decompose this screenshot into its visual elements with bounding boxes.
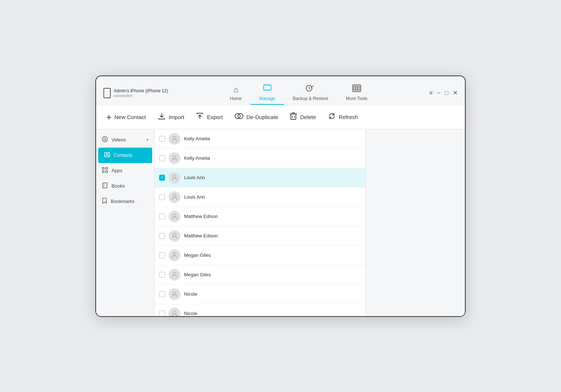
minimize-button[interactable]: − [437,90,440,96]
sidebar-item-books[interactable]: Books [96,178,154,194]
contact-checkbox[interactable] [159,214,165,219]
bookmarks-icon [102,198,107,205]
tab-backup[interactable]: Backup & Restore [284,81,337,105]
contact-checkbox[interactable] [159,272,165,278]
contact-name: Matthew Edison [184,214,218,219]
svg-rect-16 [106,171,107,173]
svg-rect-3 [354,86,355,90]
delete-label: Delete [300,114,316,120]
backup-icon [305,84,316,95]
sidebar-bookmarks-label: Bookmarks [111,199,135,204]
books-icon [102,182,108,190]
delete-button[interactable]: Delete [290,112,316,122]
svg-rect-14 [106,167,107,169]
tab-tools[interactable]: More Tools [337,81,376,105]
svg-point-27 [173,272,176,275]
contacts-icon [104,152,110,159]
tools-icon [352,84,362,95]
new-contact-label: New Contact [114,114,146,120]
contact-row[interactable]: Kelly Amelia [155,129,366,149]
contact-name: Louis Ann [184,194,205,200]
contact-avatar [169,288,180,300]
menu-button[interactable]: ≡ [429,90,433,96]
device-status: connected [114,93,168,98]
contact-row[interactable]: Nicole [155,304,366,316]
svg-point-22 [173,175,176,178]
contact-row[interactable]: Nicole [155,285,366,304]
contact-checkbox[interactable] [159,291,165,297]
contact-row[interactable]: Louis Ann [155,168,366,188]
tab-manage[interactable]: Manage [250,81,284,105]
title-bar: Admin's iPhone (iPhone 12) connected ⌂ H… [96,76,465,105]
device-info: Admin's iPhone (iPhone 12) connected [103,88,168,98]
contact-name: Kelly Amelia [184,136,210,141]
contact-checkbox[interactable] [159,233,165,239]
import-button[interactable]: Import [158,112,184,122]
svg-point-6 [235,114,240,119]
sidebar-item-apps[interactable]: Apps [96,163,154,178]
contact-avatar [169,249,180,261]
delete-icon [290,112,297,122]
contact-checkbox[interactable] [159,252,165,258]
deduplicate-button[interactable]: De-Duplicate [235,112,278,122]
contact-avatar [169,133,180,145]
tab-home-label: Home [230,96,242,101]
contact-checkbox[interactable] [159,175,165,181]
close-button[interactable]: ✕ [453,89,458,96]
maximize-button[interactable]: □ [445,90,448,96]
contact-avatar [169,230,180,242]
apps-icon [102,167,108,174]
new-contact-button[interactable]: + New Contact [106,112,146,122]
contact-avatar [169,152,180,164]
sidebar-item-bookmarks[interactable]: Bookmarks [96,194,154,209]
contact-row[interactable]: Matthew Edison [155,207,366,226]
svg-rect-5 [358,86,360,90]
svg-point-9 [102,137,107,142]
svg-rect-4 [356,86,358,90]
contact-avatar [169,211,180,222]
contact-row[interactable]: Matthew Edison [155,226,366,246]
app-window: Admin's iPhone (iPhone 12) connected ⌂ H… [95,75,466,317]
tab-home[interactable]: ⌂ Home [221,82,250,105]
contact-checkbox[interactable] [159,155,165,161]
contact-list: Kelly Amelia Kelly Amelia Louis Ann Loui… [155,129,366,316]
nav-tabs: ⌂ Home Manage [168,81,429,105]
sidebar-apps-label: Apps [111,168,122,173]
contact-row[interactable]: Kelly Amelia [155,149,366,168]
device-name: Admin's iPhone (iPhone 12) [114,88,168,93]
chevron-down-icon: ▾ [146,137,148,142]
home-icon: ⌂ [234,85,238,95]
refresh-icon [328,112,336,122]
svg-point-24 [173,214,176,217]
svg-rect-17 [103,183,107,188]
deduplicate-icon [235,112,243,122]
contact-checkbox[interactable] [159,136,165,142]
contact-avatar [169,269,180,281]
export-icon [196,112,204,122]
tab-manage-label: Manage [259,96,275,101]
contact-name: Nicole [184,311,197,316]
refresh-button[interactable]: Refresh [328,112,358,122]
export-button[interactable]: Export [196,112,223,122]
plus-icon: + [106,112,111,122]
contact-row[interactable]: Megan Giles [155,265,366,285]
contact-checkbox[interactable] [159,311,165,316]
contact-avatar [169,191,180,203]
contact-checkbox[interactable] [159,194,165,200]
sidebar-item-contacts[interactable]: Contacts [98,148,152,163]
contact-name: Matthew Edison [184,233,218,238]
window-controls: ≡ − □ ✕ [429,89,458,96]
videos-icon [102,136,108,144]
contact-row[interactable]: Louis Ann [155,188,366,207]
export-label: Export [207,114,223,120]
deduplicate-label: De-Duplicate [246,114,278,120]
sidebar-books-label: Books [111,183,125,189]
svg-point-25 [173,233,176,236]
contact-name: Nicole [184,291,197,297]
sidebar-item-videos[interactable]: Videos ▾ [96,132,154,148]
manage-icon [263,84,272,95]
contact-row[interactable]: Megan Giles [155,246,366,265]
svg-rect-8 [291,114,296,119]
import-label: Import [169,114,184,120]
svg-rect-0 [264,85,271,90]
